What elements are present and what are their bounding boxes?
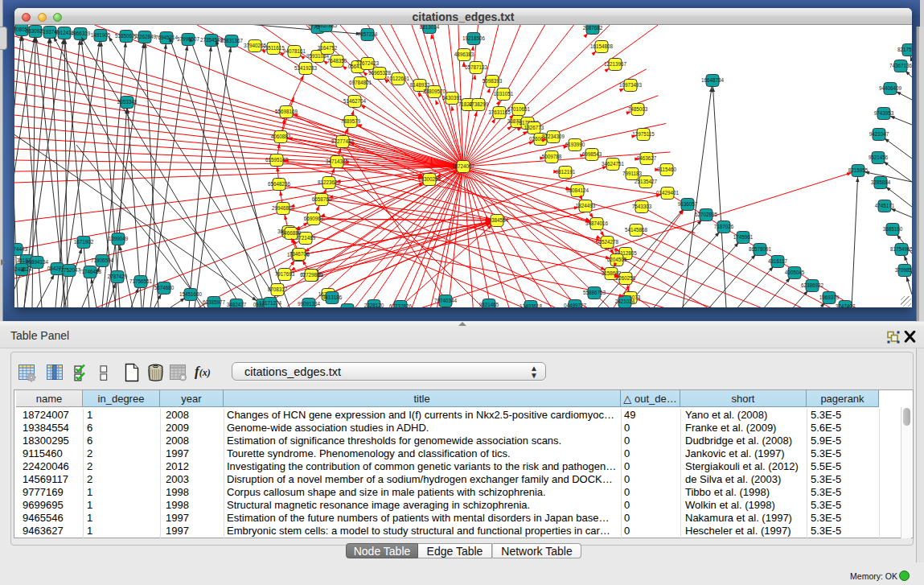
svg-text:37996507: 37996507 [177, 36, 200, 42]
svg-text:16648784: 16648784 [701, 77, 725, 83]
svg-text:76945314: 76945314 [155, 35, 179, 40]
svg-text:18724007: 18724007 [452, 163, 475, 169]
svg-text:65648236: 65648236 [268, 181, 291, 187]
svg-text:13493618: 13493618 [519, 303, 543, 307]
svg-text:4060883: 4060883 [271, 134, 291, 139]
svg-text:55886753: 55886753 [583, 290, 606, 295]
svg-text:1969379: 1969379 [819, 295, 840, 300]
svg-text:8813014: 8813014 [420, 25, 440, 30]
svg-text:3482477: 3482477 [227, 302, 247, 307]
svg-text:2328120: 2328120 [364, 303, 384, 307]
svg-text:8721489: 8721489 [296, 235, 316, 241]
svg-text:96965328: 96965328 [368, 70, 392, 76]
svg-text:1671902: 1671902 [74, 239, 94, 245]
svg-text:4738299: 4738299 [469, 101, 489, 107]
svg-text:94406409: 94406409 [879, 85, 902, 91]
svg-text:6193990: 6193990 [565, 142, 585, 147]
svg-text:8148932: 8148932 [410, 82, 430, 88]
svg-text:9636057: 9636057 [678, 201, 698, 207]
svg-text:7857224: 7857224 [358, 31, 378, 37]
svg-text:6204505: 6204505 [607, 257, 627, 262]
svg-text:81754965: 81754965 [890, 246, 912, 252]
svg-text:49894134: 49894134 [26, 259, 49, 265]
svg-text:80831367: 80831367 [220, 38, 244, 43]
svg-text:5098393: 5098393 [483, 78, 503, 84]
svg-text:3747407: 3747407 [836, 303, 856, 307]
svg-text:69784801: 69784801 [349, 80, 372, 85]
svg-text:5674680: 5674680 [154, 285, 175, 290]
svg-text:71906594: 71906594 [91, 257, 114, 263]
svg-text:04499727: 04499727 [564, 303, 587, 307]
svg-text:1399049: 1399049 [109, 236, 129, 241]
svg-text:8677496: 8677496 [338, 307, 358, 307]
svg-text:9413186: 9413186 [322, 295, 343, 300]
svg-text:6658760: 6658760 [312, 196, 332, 202]
svg-text:2053348: 2053348 [117, 99, 138, 105]
svg-text:7346706: 7346706 [290, 251, 310, 257]
svg-text:8708317: 8708317 [268, 286, 288, 292]
svg-text:67737826: 67737826 [389, 303, 413, 307]
svg-text:12213967: 12213967 [604, 61, 627, 67]
svg-text:4896383: 4896383 [454, 51, 474, 57]
svg-text:34714345: 34714345 [326, 159, 349, 164]
svg-text:87234309: 87234309 [542, 134, 565, 139]
svg-text:10122691: 10122691 [387, 76, 410, 81]
svg-text:53419283: 53419283 [294, 65, 318, 71]
svg-text:2787429: 2787429 [108, 274, 128, 279]
svg-text:16154808: 16154808 [590, 43, 614, 49]
svg-text:25135427: 25135427 [634, 179, 658, 184]
svg-text:2087682: 2087682 [583, 25, 603, 31]
svg-text:7991183: 7991183 [622, 171, 643, 176]
svg-text:4316117: 4316117 [768, 258, 788, 264]
svg-text:86578091: 86578091 [749, 246, 772, 252]
svg-text:5466889: 5466889 [281, 230, 302, 236]
svg-text:60385977: 60385977 [203, 299, 226, 305]
svg-text:4745171: 4745171 [875, 203, 895, 208]
svg-text:9463627: 9463627 [637, 155, 657, 161]
svg-text:13171274: 13171274 [259, 300, 282, 306]
svg-text:3685160: 3685160 [883, 226, 903, 232]
svg-text:4966319: 4966319 [71, 31, 91, 36]
svg-text:62386922: 62386922 [801, 282, 824, 288]
svg-text:6998543: 6998543 [582, 151, 602, 157]
svg-text:3164752: 3164752 [318, 45, 338, 51]
svg-text:85574443: 85574443 [14, 246, 27, 252]
svg-text:67010651: 67010651 [507, 106, 531, 112]
svg-text:1745961: 1745961 [733, 234, 754, 240]
svg-text:9421047: 9421047 [869, 131, 889, 137]
svg-text:62729806: 62729806 [300, 272, 323, 278]
svg-text:7889579: 7889579 [341, 118, 361, 124]
svg-text:23511615: 23511615 [262, 45, 285, 51]
svg-text:81223623: 81223623 [318, 179, 341, 185]
svg-text:5430391: 5430391 [442, 95, 462, 101]
svg-text:3285884: 3285884 [871, 179, 891, 185]
svg-text:65787133: 65787133 [465, 64, 488, 70]
svg-text:54145868: 54145868 [625, 227, 648, 233]
svg-text:98084124: 98084124 [566, 187, 589, 193]
svg-text:28809570: 28809570 [423, 89, 446, 94]
svg-text:34624751: 34624751 [602, 161, 625, 167]
svg-text:34957885: 34957885 [314, 25, 338, 28]
svg-text:7543303: 7543303 [632, 204, 652, 209]
svg-text:82175946: 82175946 [897, 47, 912, 52]
svg-text:51462704: 51462704 [343, 98, 367, 104]
svg-text:19218506: 19218506 [462, 35, 486, 41]
svg-text:7485003: 7485003 [628, 106, 648, 112]
svg-text:74367136: 74367136 [889, 63, 912, 68]
svg-text:61595148: 61595148 [265, 157, 289, 163]
svg-text:10973493: 10973493 [619, 82, 643, 88]
svg-text:3709859: 3709859 [895, 267, 912, 273]
svg-text:9743953: 9743953 [874, 110, 894, 116]
svg-text:62702895: 62702895 [695, 212, 718, 217]
svg-text:94078161: 94078161 [283, 48, 306, 54]
svg-text:1031051: 1031051 [494, 91, 514, 97]
svg-text:77752047: 77752047 [58, 267, 81, 273]
svg-text:7187026: 7187026 [714, 224, 734, 229]
svg-text:71756551: 71756551 [129, 278, 153, 284]
svg-text:37672423: 37672423 [356, 60, 380, 66]
svg-text:1326773: 1326773 [524, 125, 544, 130]
svg-text:7917693: 7917693 [275, 271, 295, 277]
svg-text:15451680: 15451680 [179, 291, 203, 297]
svg-text:5009788: 5009788 [542, 154, 562, 159]
svg-text:9115460: 9115460 [657, 167, 677, 172]
